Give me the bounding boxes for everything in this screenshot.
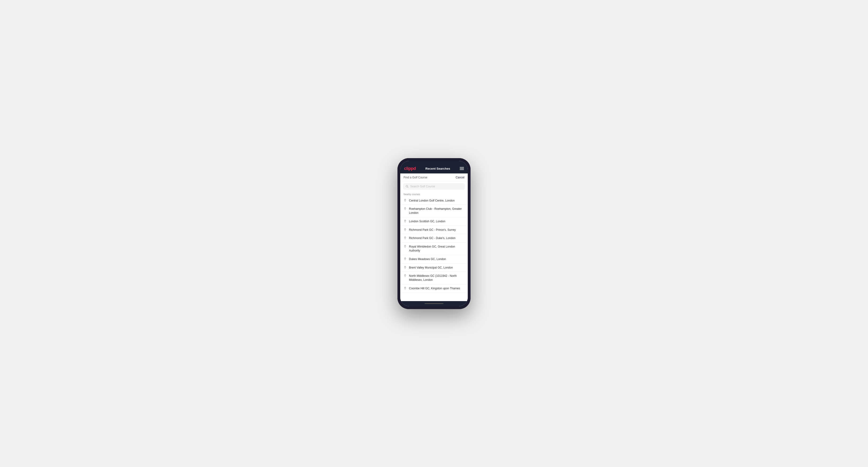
phone-frame: clippd Recent Searches Find a Golf Cours… [397, 158, 471, 309]
location-pin-icon [404, 274, 407, 277]
svg-point-8 [405, 258, 405, 259]
course-list-item[interactable]: London Scottish GC, London [400, 217, 468, 226]
location-pin-icon [404, 257, 407, 260]
course-list-item[interactable]: Royal Wimbledon GC, Great London Authori… [400, 243, 468, 255]
home-bar [425, 303, 443, 304]
search-wrap: Search Golf Course [400, 181, 468, 192]
find-bar: Find a Golf Course Cancel [400, 174, 468, 181]
nearby-section: Nearby courses Central London Golf Centr… [400, 192, 468, 301]
location-pin-icon [404, 207, 407, 210]
svg-point-10 [405, 275, 405, 276]
svg-point-3 [405, 208, 405, 209]
cancel-button[interactable]: Cancel [456, 176, 464, 179]
hamburger-icon[interactable] [460, 167, 464, 170]
home-indicator [400, 301, 468, 306]
search-box[interactable]: Search Golf Course [403, 183, 465, 190]
course-name: Dukes Meadows GC, London [409, 257, 446, 261]
course-list-item[interactable]: Richmond Park GC - Prince's, Surrey [400, 226, 468, 234]
course-name: Brent Valley Municipal GC, London [409, 266, 453, 270]
search-input-placeholder: Search Golf Course [410, 185, 435, 188]
course-name: North Middlesex GC (1011942 - North Midd… [409, 274, 464, 282]
location-pin-icon [404, 220, 407, 223]
app-logo: clippd [404, 166, 416, 171]
nearby-section-label: Nearby courses [400, 192, 468, 196]
status-bar [400, 161, 468, 164]
course-list-item[interactable]: Roehampton Club - Roehampton, Greater Lo… [400, 205, 468, 217]
course-name: Roehampton Club - Roehampton, Greater Lo… [409, 207, 464, 215]
course-name: Royal Wimbledon GC, Great London Authori… [409, 245, 464, 253]
location-pin-icon [404, 228, 407, 231]
course-list-item[interactable]: Coombe Hill GC, Kingston upon Thames [400, 284, 468, 293]
course-name: Coombe Hill GC, Kingston upon Thames [409, 286, 460, 290]
course-list: Central London Golf Centre, LondonRoeham… [400, 196, 468, 293]
course-name: Richmond Park GC - Duke's, London [409, 236, 456, 240]
search-icon [405, 185, 408, 188]
app-header: clippd Recent Searches [400, 164, 468, 174]
course-list-item[interactable]: Dukes Meadows GC, London [400, 255, 468, 263]
svg-point-11 [405, 287, 405, 288]
location-pin-icon [404, 266, 407, 269]
location-pin-icon [404, 287, 407, 290]
svg-point-6 [405, 238, 405, 238]
screen-content: Find a Golf Course Cancel Search Golf Co… [400, 174, 468, 301]
course-name: Central London Golf Centre, London [409, 199, 455, 203]
svg-line-1 [408, 187, 408, 188]
location-pin-icon [404, 199, 407, 202]
find-label: Find a Golf Course [404, 176, 427, 179]
course-list-item[interactable]: Central London Golf Centre, London [400, 196, 468, 205]
svg-point-9 [405, 267, 405, 267]
location-pin-icon [404, 237, 407, 240]
course-list-item[interactable]: North Middlesex GC (1011942 - North Midd… [400, 272, 468, 284]
svg-point-7 [405, 246, 405, 246]
svg-point-5 [405, 229, 405, 229]
course-name: London Scottish GC, London [409, 219, 445, 223]
course-name: Richmond Park GC - Prince's, Surrey [409, 228, 456, 232]
course-list-item[interactable]: Brent Valley Municipal GC, London [400, 263, 468, 272]
header-title: Recent Searches [426, 167, 450, 170]
course-list-item[interactable]: Richmond Park GC - Duke's, London [400, 234, 468, 243]
svg-point-2 [405, 199, 405, 200]
svg-point-4 [405, 220, 405, 221]
location-pin-icon [404, 245, 407, 248]
phone-screen: clippd Recent Searches Find a Golf Cours… [400, 161, 468, 306]
